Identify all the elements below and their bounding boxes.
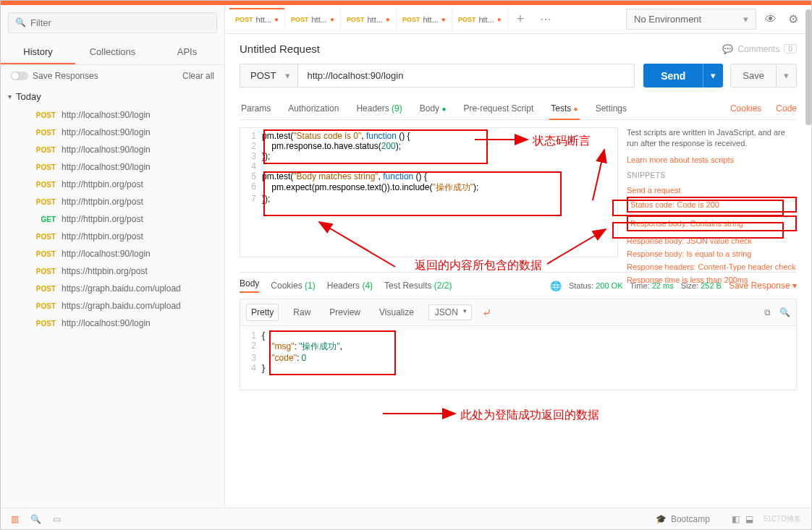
- history-item[interactable]: POSThttp://localhost:90/login: [1, 141, 224, 158]
- filter-box: 🔍: [8, 12, 217, 33]
- comments-button[interactable]: 💬 Comments 0: [722, 44, 797, 54]
- history-item[interactable]: GEThttp://httpbin.org/post: [1, 210, 224, 228]
- comments-count: 0: [784, 44, 797, 54]
- history-item[interactable]: POSThttp://httpbin.org/post: [1, 193, 224, 210]
- bootcamp-button[interactable]: 🎓 Bootcamp: [656, 514, 710, 524]
- send-button[interactable]: Send: [643, 64, 703, 87]
- eye-icon[interactable]: 👁: [762, 10, 779, 29]
- environment-dropdown[interactable]: No Environment: [626, 9, 756, 30]
- tab-tests[interactable]: Tests ●: [549, 98, 579, 119]
- cookies-link[interactable]: Cookies: [730, 103, 761, 114]
- request-tab[interactable]: POSThtt...●: [341, 8, 397, 31]
- snippet-item[interactable]: Response body: Contains string: [627, 215, 797, 231]
- history-url: http://httpbin.org/post: [62, 179, 143, 189]
- send-dropdown[interactable]: ▾: [703, 64, 723, 87]
- history-item[interactable]: POSThttps://httpbin.org/post: [1, 262, 224, 280]
- snippet-item[interactable]: Response body: JSON value check: [627, 234, 797, 247]
- globe-icon[interactable]: 🌐: [550, 281, 562, 291]
- resp-tab-tests[interactable]: Test Results (2/2): [384, 281, 452, 291]
- find-icon[interactable]: 🔍: [30, 514, 41, 524]
- gear-icon[interactable]: ⚙: [785, 9, 801, 29]
- save-dropdown[interactable]: ▾: [777, 64, 797, 87]
- chat-icon: 💬: [722, 44, 733, 54]
- request-tab[interactable]: POSThtt...●: [285, 8, 341, 31]
- unsaved-dot-icon: ●: [441, 15, 446, 23]
- tab-settings[interactable]: Settings: [594, 98, 628, 119]
- history-item[interactable]: POSThttp://localhost:90/login: [1, 106, 224, 124]
- tab-params[interactable]: Params: [240, 98, 272, 119]
- visualize-button[interactable]: Visualize: [375, 304, 418, 320]
- sidebar-toggle-icon[interactable]: ▥: [11, 514, 19, 524]
- response-toolbar-right: ⧉ 🔍: [764, 307, 790, 317]
- history-item[interactable]: POSThttp://localhost:90/login: [1, 245, 224, 262]
- tab-authorization[interactable]: Authorization: [287, 98, 340, 119]
- response-body[interactable]: 1{ 2 "msg": "操作成功", 3 "code": 0 4}: [240, 325, 797, 390]
- today-header[interactable]: ▾ Today: [1, 87, 224, 106]
- request-tab[interactable]: POSThtt...●: [229, 8, 285, 31]
- unsaved-dot-icon: ●: [274, 15, 279, 23]
- console-icon[interactable]: ▭: [53, 514, 61, 524]
- request-tabs-bar: POSThtt...●POSThtt...●POSThtt...●POSThtt…: [225, 5, 811, 34]
- tab-prerequest[interactable]: Pre-request Script: [462, 98, 536, 119]
- response-status-bar: 🌐 Status: 200 OK Time: 22 ms Size: 252 B…: [550, 281, 797, 291]
- request-title: Untitled Request: [240, 43, 320, 55]
- wrap-icon[interactable]: ⤶: [482, 306, 491, 320]
- history-url: http://localhost:90/login: [62, 162, 151, 172]
- clear-all-button[interactable]: Clear all: [182, 71, 214, 81]
- method-dropdown[interactable]: POST: [240, 64, 298, 87]
- method-label: POST: [33, 198, 56, 206]
- pretty-button[interactable]: Pretty: [246, 304, 279, 321]
- history-item[interactable]: POSThttp://localhost:90/login: [1, 315, 224, 332]
- dot-icon: ●: [441, 105, 446, 113]
- tab-headers[interactable]: Headers (9): [355, 98, 403, 119]
- tabs-more-button[interactable]: ⋯: [533, 7, 559, 32]
- sidebar-tab-collections[interactable]: Collections: [75, 40, 150, 64]
- sidebar-tab-history[interactable]: History: [1, 40, 75, 64]
- history-item[interactable]: POSThttp://localhost:90/login: [1, 124, 224, 141]
- history-item[interactable]: POSThttps://graph.baidu.com/upload: [1, 297, 224, 315]
- save-responses-toggle[interactable]: [11, 72, 28, 80]
- resp-tab-body[interactable]: Body: [240, 278, 259, 293]
- snippets-panel: Test scripts are written in JavaScript, …: [627, 127, 797, 257]
- sidebar-tab-apis[interactable]: APIs: [150, 40, 224, 64]
- history-item[interactable]: POSThttp://httpbin.org/post: [1, 228, 224, 245]
- save-button[interactable]: Save: [730, 64, 777, 87]
- method-label: POST: [33, 129, 56, 137]
- sidebar: 🔍 History Collections APIs Save Response…: [1, 5, 225, 508]
- save-response-button[interactable]: Save Response ▾: [729, 281, 797, 291]
- dot-icon: ●: [574, 105, 578, 113]
- resp-tab-cookies[interactable]: Cookies (1): [271, 281, 315, 291]
- snippet-item[interactable]: Response body: Is equal to a string: [627, 247, 797, 260]
- raw-button[interactable]: Raw: [289, 304, 315, 320]
- request-tab[interactable]: POSThtt...●: [397, 8, 452, 31]
- filter-input[interactable]: [8, 12, 217, 33]
- layout-bottom-icon[interactable]: ⬓: [745, 514, 753, 524]
- request-tab[interactable]: POSThtt...●: [452, 8, 508, 31]
- scrollbar-thumb[interactable]: [805, 9, 811, 125]
- resp-tab-headers[interactable]: Headers (4): [327, 281, 373, 291]
- code-link[interactable]: Code: [776, 103, 797, 114]
- history-item[interactable]: POSThttp://httpbin.org/post: [1, 176, 224, 193]
- history-url: http://httpbin.org/post: [62, 231, 143, 242]
- copy-icon[interactable]: ⧉: [764, 307, 771, 317]
- chevron-down-icon: ▾: [8, 93, 12, 101]
- format-dropdown[interactable]: JSON: [428, 304, 472, 320]
- layout-split-icon[interactable]: ◧: [732, 514, 740, 524]
- history-item[interactable]: POSThttps://graph.baidu.com/upload: [1, 280, 224, 297]
- method-label: POST: [33, 250, 56, 258]
- content-area: POSThtt...●POSThtt...●POSThtt...●POSThtt…: [225, 5, 811, 508]
- main-area: 🔍 History Collections APIs Save Response…: [1, 5, 811, 508]
- snippet-item[interactable]: Send a request: [627, 184, 797, 197]
- search-icon[interactable]: 🔍: [779, 307, 790, 317]
- new-tab-button[interactable]: +: [508, 6, 533, 33]
- snippet-item[interactable]: Status code: Code is 200: [627, 197, 797, 213]
- tab-body[interactable]: Body ●: [418, 98, 448, 119]
- url-row: POST Send ▾ Save ▾: [240, 64, 797, 87]
- url-input[interactable]: [298, 64, 635, 87]
- learn-more-link[interactable]: Learn more about tests scripts: [627, 155, 797, 164]
- history-url: http://httpbin.org/post: [62, 197, 143, 207]
- history-url: http://localhost:90/login: [62, 145, 151, 155]
- preview-button[interactable]: Preview: [325, 304, 365, 320]
- history-item[interactable]: POSThttp://localhost:90/login: [1, 158, 224, 176]
- tests-code-editor[interactable]: 1pm.test("Status code is 0", function ()…: [240, 127, 618, 257]
